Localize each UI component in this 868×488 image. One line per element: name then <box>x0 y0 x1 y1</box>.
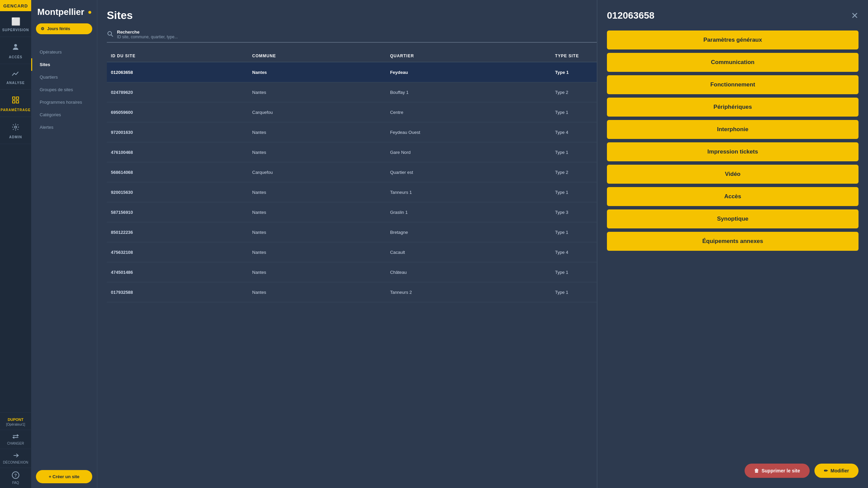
detail-footer: 🗑 Supprimer le site ✏ Modifier <box>607 458 859 478</box>
sidebar-item-groupes-sites[interactable]: Groupes de sites <box>31 83 97 96</box>
search-icon <box>107 30 114 39</box>
supervision-icon: ⬜ <box>11 17 20 26</box>
user-role: [Opérateur1] <box>6 423 25 426</box>
nav-bar: GENCARD ⬜ SUPERVISION ACCÈS ANALYSE PARA… <box>0 0 31 488</box>
nav-changer[interactable]: CHANGER <box>0 430 31 449</box>
svg-rect-3 <box>13 101 15 103</box>
detail-menu-interphonie[interactable]: Interphonie <box>607 120 859 139</box>
cell-quartier: Cacault <box>386 242 551 262</box>
sidebar-item-categories[interactable]: Catégories <box>31 108 97 121</box>
detail-menu-synoptique[interactable]: Synoptique <box>607 209 859 228</box>
nav-parametrage-label: PARAMÉTRAGE <box>1 108 31 112</box>
cell-commune: Nantes <box>248 202 386 222</box>
detail-menu-equipements_annexes[interactable]: Équipements annexes <box>607 232 859 251</box>
cell-id: 972001630 <box>107 122 248 142</box>
detail-close-btn[interactable]: ✕ <box>851 11 859 21</box>
detail-menu-params_generaux[interactable]: Paramètres généraux <box>607 30 859 49</box>
detail-panel: 012063658 ✕ Paramètres générauxCommunica… <box>597 0 868 488</box>
cell-commune: Nantes <box>248 262 386 282</box>
cell-commune: Nantes <box>248 242 386 262</box>
sidebar-panel: Montpellier ● ⚙ Jours fériés Opérateurs … <box>31 0 97 488</box>
detail-menu-fonctionnement[interactable]: Fonctionnement <box>607 75 859 94</box>
username: DUPONT <box>8 418 23 422</box>
nav-parametrage[interactable]: PARAMÉTRAGE <box>0 90 31 117</box>
create-site-btn[interactable]: + Créer un site <box>36 470 92 483</box>
search-placeholder: ID site, commune, quartier, type... <box>117 35 178 39</box>
cell-quartier: Bretagne <box>386 222 551 242</box>
cell-quartier: Feydeau Ouest <box>386 122 551 142</box>
cell-commune: Nantes <box>248 122 386 142</box>
cell-quartier: Bouffay 1 <box>386 82 551 102</box>
detail-menu-acces[interactable]: Accès <box>607 187 859 206</box>
jours-feries-label: Jours fériés <box>47 26 70 31</box>
sidebar-item-sites[interactable]: Sites <box>31 58 97 71</box>
supprimer-label: Supprimer le site <box>762 468 800 473</box>
nav-acces-label: ACCÈS <box>9 55 22 59</box>
cell-id: 920015630 <box>107 182 248 202</box>
detail-menu-peripheriques[interactable]: Périphériques <box>607 98 859 117</box>
sidebar-item-operateurs[interactable]: Opérateurs <box>31 46 97 58</box>
changer-label: CHANGER <box>7 442 24 445</box>
nav-admin[interactable]: ADMIN <box>0 117 31 144</box>
cell-commune: Nantes <box>248 222 386 242</box>
cell-commune: Nantes <box>248 182 386 202</box>
modifier-btn[interactable]: ✏ Modifier <box>814 464 859 478</box>
svg-point-5 <box>15 126 17 128</box>
detail-header: 012063658 ✕ <box>607 10 859 21</box>
cell-quartier: Quartier est <box>386 162 551 182</box>
nav-acces[interactable]: ACCÈS <box>0 37 31 64</box>
jours-feries-btn[interactable]: ⚙ Jours fériés <box>36 23 92 34</box>
search-label: Recherche <box>117 29 178 35</box>
cell-id: 695059600 <box>107 102 248 122</box>
cell-quartier: Château <box>386 262 551 282</box>
deconnexion-icon <box>12 452 20 459</box>
nav-bottom: DUPONT [Opérateur1] CHANGER DÉCONNEXION … <box>0 412 31 488</box>
col-header-id: ID DU SITE <box>107 50 248 62</box>
cell-quartier: Tanneurs 2 <box>386 282 551 302</box>
edit-icon: ✏ <box>824 468 828 473</box>
deconnexion-label: DÉCONNEXION <box>3 461 28 464</box>
nav-supervision-label: SUPERVISION <box>2 28 29 32</box>
sidebar-city-title: Montpellier <box>37 7 84 17</box>
detail-menu-impression_tickets[interactable]: Impression tickets <box>607 142 859 161</box>
nav-faq[interactable]: ? FAQ <box>0 468 31 488</box>
nav-deconnexion[interactable]: DÉCONNEXION <box>0 449 31 468</box>
cell-commune: Nantes <box>248 82 386 102</box>
svg-point-18 <box>108 32 112 35</box>
svg-rect-2 <box>16 97 19 99</box>
page-title: Sites <box>107 9 133 22</box>
svg-text:?: ? <box>14 473 17 478</box>
detail-menu: Paramètres générauxCommunicationFonction… <box>607 30 859 458</box>
analyse-icon <box>12 70 20 79</box>
acces-icon <box>12 43 20 53</box>
col-header-quartier: QUARTIER <box>386 50 551 62</box>
cell-quartier: Tanneurs 1 <box>386 182 551 202</box>
faq-icon: ? <box>12 471 19 480</box>
detail-menu-communication[interactable]: Communication <box>607 53 859 72</box>
cell-quartier: Feydeau <box>386 62 551 82</box>
detail-site-id: 012063658 <box>607 10 654 21</box>
faq-label: FAQ <box>12 481 19 485</box>
nav-supervision[interactable]: ⬜ SUPERVISION <box>0 11 31 37</box>
supprimer-btn[interactable]: 🗑 Supprimer le site <box>745 464 810 478</box>
sidebar-item-quartiers[interactable]: Quartiers <box>31 71 97 83</box>
cell-commune: Nantes <box>248 142 386 162</box>
nav-analyse[interactable]: ANALYSE <box>0 64 31 90</box>
cell-quartier: Centre <box>386 102 551 122</box>
admin-icon <box>12 123 20 133</box>
cell-commune: Nantes <box>248 282 386 302</box>
cell-id: 476100468 <box>107 142 248 162</box>
cell-quartier: Graslin 1 <box>386 202 551 222</box>
detail-menu-video[interactable]: Vidéo <box>607 165 859 184</box>
cell-commune: Carquefou <box>248 162 386 182</box>
cell-id: 568614068 <box>107 162 248 182</box>
sidebar-item-alertes[interactable]: Alertes <box>31 121 97 134</box>
cell-id: 475632108 <box>107 242 248 262</box>
cell-quartier: Gare Nord <box>386 142 551 162</box>
nav-analyse-label: ANALYSE <box>6 81 25 85</box>
cell-id: 587156910 <box>107 202 248 222</box>
sidebar-city-icon: ● <box>88 8 92 16</box>
nav-user: DUPONT [Opérateur1] <box>0 412 31 430</box>
sidebar-item-programmes-horaires[interactable]: Programmes horaires <box>31 96 97 108</box>
cell-id: 850122236 <box>107 222 248 242</box>
